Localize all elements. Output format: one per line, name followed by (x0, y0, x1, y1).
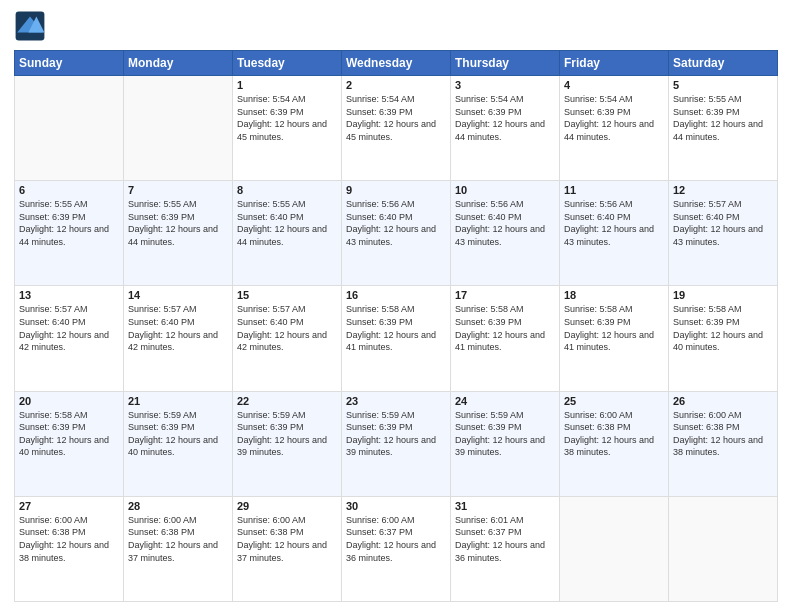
calendar-cell: 27Sunrise: 6:00 AMSunset: 6:38 PMDayligh… (15, 496, 124, 601)
calendar-cell: 31Sunrise: 6:01 AMSunset: 6:37 PMDayligh… (451, 496, 560, 601)
day-number: 7 (128, 184, 228, 196)
logo (14, 10, 50, 42)
calendar-cell: 3Sunrise: 5:54 AMSunset: 6:39 PMDaylight… (451, 76, 560, 181)
calendar-cell: 15Sunrise: 5:57 AMSunset: 6:40 PMDayligh… (233, 286, 342, 391)
day-number: 31 (455, 500, 555, 512)
calendar-cell: 4Sunrise: 5:54 AMSunset: 6:39 PMDaylight… (560, 76, 669, 181)
calendar-cell: 1Sunrise: 5:54 AMSunset: 6:39 PMDaylight… (233, 76, 342, 181)
calendar-cell: 16Sunrise: 5:58 AMSunset: 6:39 PMDayligh… (342, 286, 451, 391)
day-header-sunday: Sunday (15, 51, 124, 76)
day-info: Sunrise: 5:58 AMSunset: 6:39 PMDaylight:… (346, 303, 446, 353)
day-number: 9 (346, 184, 446, 196)
day-number: 20 (19, 395, 119, 407)
day-number: 28 (128, 500, 228, 512)
day-info: Sunrise: 6:00 AMSunset: 6:38 PMDaylight:… (19, 514, 119, 564)
calendar-cell (560, 496, 669, 601)
day-number: 8 (237, 184, 337, 196)
day-info: Sunrise: 5:59 AMSunset: 6:39 PMDaylight:… (237, 409, 337, 459)
page: SundayMondayTuesdayWednesdayThursdayFrid… (0, 0, 792, 612)
day-number: 3 (455, 79, 555, 91)
day-info: Sunrise: 6:00 AMSunset: 6:38 PMDaylight:… (128, 514, 228, 564)
day-info: Sunrise: 5:55 AMSunset: 6:40 PMDaylight:… (237, 198, 337, 248)
day-number: 13 (19, 289, 119, 301)
calendar-cell: 10Sunrise: 5:56 AMSunset: 6:40 PMDayligh… (451, 181, 560, 286)
day-number: 11 (564, 184, 664, 196)
calendar-cell (15, 76, 124, 181)
day-number: 24 (455, 395, 555, 407)
calendar-cell: 5Sunrise: 5:55 AMSunset: 6:39 PMDaylight… (669, 76, 778, 181)
day-number: 29 (237, 500, 337, 512)
calendar-cell: 20Sunrise: 5:58 AMSunset: 6:39 PMDayligh… (15, 391, 124, 496)
calendar-header-row: SundayMondayTuesdayWednesdayThursdayFrid… (15, 51, 778, 76)
calendar-cell: 22Sunrise: 5:59 AMSunset: 6:39 PMDayligh… (233, 391, 342, 496)
header (14, 10, 778, 42)
day-number: 19 (673, 289, 773, 301)
day-info: Sunrise: 5:54 AMSunset: 6:39 PMDaylight:… (455, 93, 555, 143)
calendar-week-row: 1Sunrise: 5:54 AMSunset: 6:39 PMDaylight… (15, 76, 778, 181)
day-number: 10 (455, 184, 555, 196)
calendar-week-row: 20Sunrise: 5:58 AMSunset: 6:39 PMDayligh… (15, 391, 778, 496)
day-header-friday: Friday (560, 51, 669, 76)
calendar-cell: 29Sunrise: 6:00 AMSunset: 6:38 PMDayligh… (233, 496, 342, 601)
day-info: Sunrise: 5:58 AMSunset: 6:39 PMDaylight:… (455, 303, 555, 353)
day-info: Sunrise: 5:59 AMSunset: 6:39 PMDaylight:… (455, 409, 555, 459)
day-number: 17 (455, 289, 555, 301)
calendar-cell: 7Sunrise: 5:55 AMSunset: 6:39 PMDaylight… (124, 181, 233, 286)
calendar-cell: 17Sunrise: 5:58 AMSunset: 6:39 PMDayligh… (451, 286, 560, 391)
calendar-cell: 18Sunrise: 5:58 AMSunset: 6:39 PMDayligh… (560, 286, 669, 391)
day-info: Sunrise: 5:59 AMSunset: 6:39 PMDaylight:… (128, 409, 228, 459)
day-number: 14 (128, 289, 228, 301)
day-info: Sunrise: 5:55 AMSunset: 6:39 PMDaylight:… (19, 198, 119, 248)
calendar-week-row: 27Sunrise: 6:00 AMSunset: 6:38 PMDayligh… (15, 496, 778, 601)
day-number: 4 (564, 79, 664, 91)
calendar-cell: 30Sunrise: 6:00 AMSunset: 6:37 PMDayligh… (342, 496, 451, 601)
day-info: Sunrise: 5:57 AMSunset: 6:40 PMDaylight:… (19, 303, 119, 353)
day-info: Sunrise: 6:00 AMSunset: 6:38 PMDaylight:… (237, 514, 337, 564)
day-info: Sunrise: 5:55 AMSunset: 6:39 PMDaylight:… (128, 198, 228, 248)
calendar: SundayMondayTuesdayWednesdayThursdayFrid… (14, 50, 778, 602)
calendar-cell: 26Sunrise: 6:00 AMSunset: 6:38 PMDayligh… (669, 391, 778, 496)
day-info: Sunrise: 5:54 AMSunset: 6:39 PMDaylight:… (346, 93, 446, 143)
day-info: Sunrise: 5:58 AMSunset: 6:39 PMDaylight:… (19, 409, 119, 459)
calendar-cell (669, 496, 778, 601)
day-header-tuesday: Tuesday (233, 51, 342, 76)
day-number: 27 (19, 500, 119, 512)
day-header-monday: Monday (124, 51, 233, 76)
day-info: Sunrise: 5:56 AMSunset: 6:40 PMDaylight:… (346, 198, 446, 248)
calendar-cell: 12Sunrise: 5:57 AMSunset: 6:40 PMDayligh… (669, 181, 778, 286)
logo-icon (14, 10, 46, 42)
calendar-cell: 23Sunrise: 5:59 AMSunset: 6:39 PMDayligh… (342, 391, 451, 496)
calendar-cell: 9Sunrise: 5:56 AMSunset: 6:40 PMDaylight… (342, 181, 451, 286)
day-header-saturday: Saturday (669, 51, 778, 76)
day-info: Sunrise: 5:57 AMSunset: 6:40 PMDaylight:… (673, 198, 773, 248)
day-info: Sunrise: 5:55 AMSunset: 6:39 PMDaylight:… (673, 93, 773, 143)
day-number: 12 (673, 184, 773, 196)
calendar-cell: 14Sunrise: 5:57 AMSunset: 6:40 PMDayligh… (124, 286, 233, 391)
day-info: Sunrise: 5:54 AMSunset: 6:39 PMDaylight:… (237, 93, 337, 143)
calendar-cell: 24Sunrise: 5:59 AMSunset: 6:39 PMDayligh… (451, 391, 560, 496)
calendar-cell: 11Sunrise: 5:56 AMSunset: 6:40 PMDayligh… (560, 181, 669, 286)
day-info: Sunrise: 5:57 AMSunset: 6:40 PMDaylight:… (128, 303, 228, 353)
day-number: 5 (673, 79, 773, 91)
calendar-cell: 19Sunrise: 5:58 AMSunset: 6:39 PMDayligh… (669, 286, 778, 391)
calendar-cell: 28Sunrise: 6:00 AMSunset: 6:38 PMDayligh… (124, 496, 233, 601)
day-number: 23 (346, 395, 446, 407)
day-info: Sunrise: 5:57 AMSunset: 6:40 PMDaylight:… (237, 303, 337, 353)
calendar-week-row: 13Sunrise: 5:57 AMSunset: 6:40 PMDayligh… (15, 286, 778, 391)
calendar-cell: 2Sunrise: 5:54 AMSunset: 6:39 PMDaylight… (342, 76, 451, 181)
day-number: 6 (19, 184, 119, 196)
day-info: Sunrise: 5:58 AMSunset: 6:39 PMDaylight:… (564, 303, 664, 353)
day-number: 22 (237, 395, 337, 407)
day-number: 30 (346, 500, 446, 512)
day-number: 18 (564, 289, 664, 301)
day-info: Sunrise: 5:56 AMSunset: 6:40 PMDaylight:… (455, 198, 555, 248)
day-info: Sunrise: 6:01 AMSunset: 6:37 PMDaylight:… (455, 514, 555, 564)
calendar-cell: 25Sunrise: 6:00 AMSunset: 6:38 PMDayligh… (560, 391, 669, 496)
day-number: 16 (346, 289, 446, 301)
day-number: 25 (564, 395, 664, 407)
day-number: 2 (346, 79, 446, 91)
day-info: Sunrise: 5:56 AMSunset: 6:40 PMDaylight:… (564, 198, 664, 248)
day-info: Sunrise: 6:00 AMSunset: 6:38 PMDaylight:… (564, 409, 664, 459)
day-number: 15 (237, 289, 337, 301)
day-info: Sunrise: 6:00 AMSunset: 6:38 PMDaylight:… (673, 409, 773, 459)
